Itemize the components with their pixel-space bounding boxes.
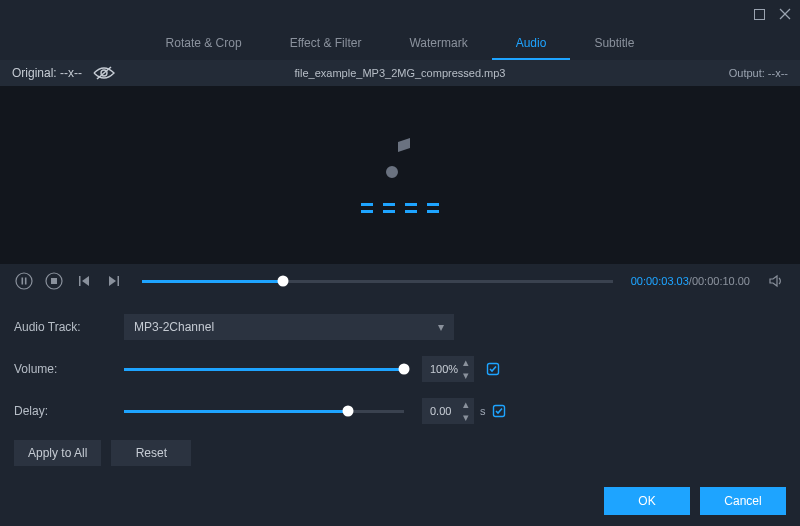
audio-settings: Audio Track: MP3-2Channel ▾ Volume: 100%… (0, 298, 800, 476)
tab-rotate-crop[interactable]: Rotate & Crop (142, 28, 266, 60)
volume-icon[interactable] (766, 271, 786, 291)
filename-label: file_example_MP3_2MG_compressed.mp3 (295, 67, 506, 79)
svg-rect-11 (118, 276, 120, 286)
delay-down-button[interactable]: ▾ (460, 413, 472, 422)
equalizer-icon (361, 203, 439, 213)
volume-reset-button[interactable] (484, 360, 502, 378)
audio-track-select[interactable]: MP3-2Channel ▾ (124, 314, 454, 340)
delay-unit: s (480, 405, 486, 417)
music-note-icon (384, 138, 416, 185)
original-size-label: Original: --x-- (12, 66, 82, 80)
reset-button[interactable]: Reset (111, 440, 191, 466)
svg-rect-7 (25, 278, 27, 285)
tab-subtitle[interactable]: Subtitle (570, 28, 658, 60)
apply-to-all-button[interactable]: Apply to All (14, 440, 101, 466)
audio-track-label: Audio Track: (14, 320, 124, 334)
info-bar: Original: --x-- file_example_MP3_2MG_com… (0, 60, 800, 86)
volume-label: Volume: (14, 362, 124, 376)
svg-point-5 (16, 273, 32, 289)
volume-spinner[interactable]: 100% ▴ ▾ (422, 356, 474, 382)
next-frame-button[interactable] (104, 271, 124, 291)
volume-down-button[interactable]: ▾ (460, 371, 472, 380)
delay-up-button[interactable]: ▴ (460, 400, 472, 409)
preview-area (0, 86, 800, 264)
eye-off-icon[interactable] (92, 65, 116, 81)
svg-rect-10 (79, 276, 81, 286)
playback-slider[interactable] (142, 271, 613, 291)
stop-button[interactable] (44, 271, 64, 291)
tab-effect-filter[interactable]: Effect & Filter (266, 28, 386, 60)
tab-audio[interactable]: Audio (492, 28, 571, 60)
tab-bar: Rotate & Crop Effect & Filter Watermark … (0, 28, 800, 60)
delay-spinner[interactable]: 0.00 ▴ ▾ (422, 398, 474, 424)
maximize-button[interactable] (752, 7, 766, 21)
footer: OK Cancel (0, 476, 800, 526)
delay-value: 0.00 (430, 405, 451, 417)
cancel-button[interactable]: Cancel (700, 487, 786, 515)
output-size-label: Output: --x-- (729, 67, 788, 79)
volume-value: 100% (430, 363, 458, 375)
svg-rect-0 (754, 9, 764, 19)
audio-track-value: MP3-2Channel (134, 320, 214, 334)
chevron-down-icon: ▾ (438, 320, 444, 334)
duration: 00:00:10.00 (692, 275, 750, 287)
volume-up-button[interactable]: ▴ (460, 358, 472, 367)
svg-rect-6 (22, 278, 24, 285)
svg-rect-9 (51, 278, 57, 284)
current-time: 00:00:03.03 (631, 275, 689, 287)
playback-controls: 00:00:03.03/00:00:10.00 (0, 264, 800, 298)
volume-slider[interactable] (124, 359, 404, 379)
prev-frame-button[interactable] (74, 271, 94, 291)
delay-slider[interactable] (124, 401, 404, 421)
titlebar (0, 0, 800, 28)
tab-watermark[interactable]: Watermark (385, 28, 491, 60)
delay-reset-button[interactable] (490, 402, 508, 420)
pause-button[interactable] (14, 271, 34, 291)
delay-label: Delay: (14, 404, 124, 418)
close-button[interactable] (778, 7, 792, 21)
ok-button[interactable]: OK (604, 487, 690, 515)
